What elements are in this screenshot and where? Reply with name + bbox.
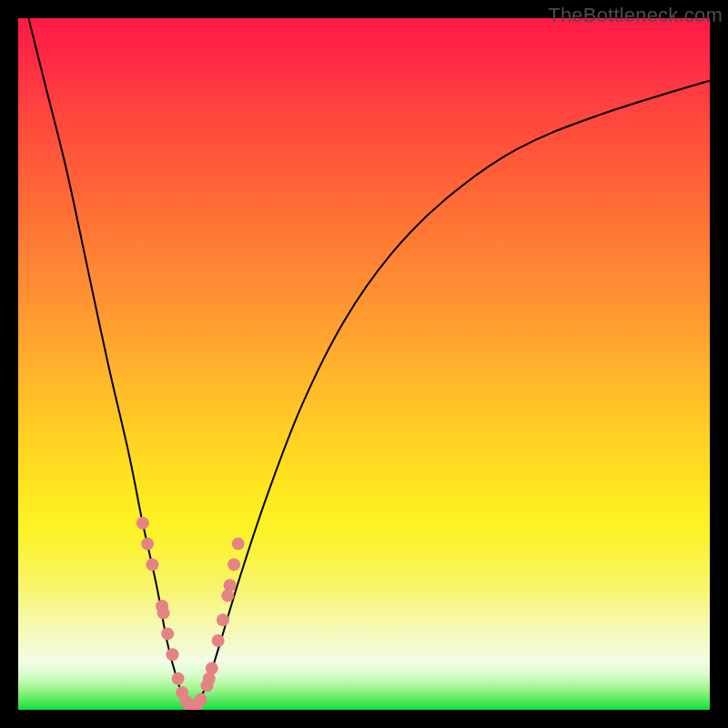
dot-marker xyxy=(166,648,178,661)
dot-marker xyxy=(146,558,158,571)
dot-marker xyxy=(206,662,218,674)
chart-frame: TheBottleneck.com xyxy=(0,0,728,728)
dot-marker xyxy=(217,613,229,626)
dot-marker xyxy=(161,627,174,640)
dot-marker xyxy=(232,538,245,551)
dot-marker xyxy=(136,517,149,530)
dot-marker xyxy=(172,672,185,685)
dot-marker xyxy=(228,558,240,571)
watermark-text: TheBottleneck.com xyxy=(548,4,723,27)
dot-marker xyxy=(212,634,225,647)
dot-marker xyxy=(141,538,154,551)
curve-right xyxy=(191,80,710,710)
dot-marker xyxy=(195,693,207,706)
dot-marker xyxy=(157,607,170,620)
chart-svg xyxy=(18,18,710,710)
plot-area xyxy=(18,18,710,710)
dot-marker xyxy=(224,579,237,592)
curve-right-path xyxy=(191,80,710,710)
